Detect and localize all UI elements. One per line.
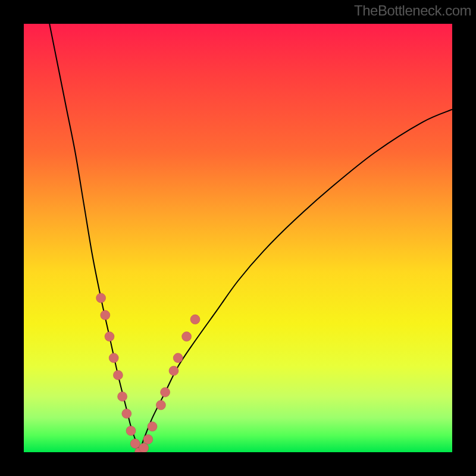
curve-left-arm <box>49 24 139 452</box>
marker-dot <box>190 315 200 324</box>
marker-dot <box>182 332 192 342</box>
marker-dot <box>118 392 127 401</box>
watermark-text: TheBottleneck.com <box>354 2 471 19</box>
marker-dot <box>96 293 106 303</box>
curve-right-arm <box>139 109 452 452</box>
marker-dot <box>173 353 183 363</box>
marker-dot <box>126 426 136 436</box>
marker-dot <box>148 422 157 431</box>
chart-svg <box>24 24 452 452</box>
chart-container: TheBottleneck.com <box>0 0 476 476</box>
marker-dot <box>156 400 165 410</box>
marker-group <box>96 293 200 452</box>
marker-dot <box>101 311 110 320</box>
marker-dot <box>113 370 123 380</box>
marker-dot <box>169 366 178 375</box>
marker-dot <box>161 387 170 397</box>
marker-dot <box>130 439 140 449</box>
marker-dot <box>143 434 153 444</box>
marker-dot <box>109 353 118 363</box>
marker-dot <box>139 443 149 452</box>
marker-dot <box>122 409 131 418</box>
plot-area <box>24 24 452 452</box>
marker-dot <box>105 332 114 342</box>
